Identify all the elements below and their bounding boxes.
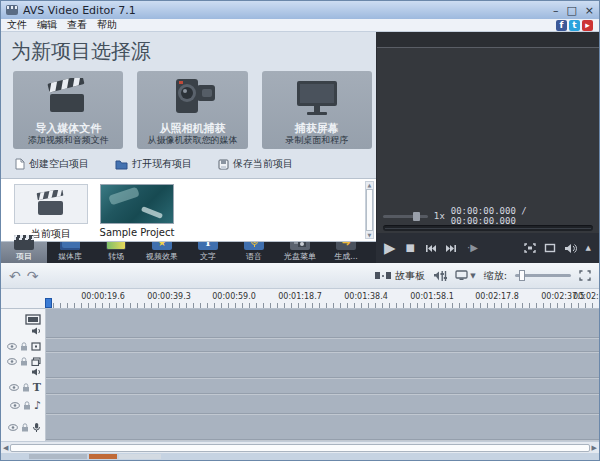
timeline-ruler[interactable]: 00:00:19.6 00:00:39.3 00:00:59.0 00:01:1… [1, 289, 599, 309]
audio-track-lane[interactable] [46, 395, 599, 415]
eye-icon[interactable] [8, 424, 18, 431]
create-blank-project-link[interactable]: 创建空白项目 [15, 157, 89, 171]
storyboard-toggle[interactable]: 故事板 [375, 269, 425, 283]
track-header-column: T ♪ [1, 309, 46, 441]
volume-icon[interactable] [564, 243, 578, 254]
taskbar-fragment [119, 454, 161, 459]
timeline-tracks-area[interactable] [46, 309, 599, 441]
video-track-lane[interactable] [46, 309, 599, 339]
welcome-panel: 为新项目选择源 导入媒体文件 添加视频和音频文件 [1, 32, 376, 233]
lock-icon[interactable] [22, 383, 30, 392]
ruler-tick: 00:01:18.7 [272, 292, 328, 301]
voice-track-lane[interactable] [46, 415, 599, 441]
source-button-subtitle: 从摄像机获取您的媒体 [147, 135, 237, 146]
lock-icon[interactable] [20, 357, 28, 366]
title-bar[interactable]: AVS Video Editor 7.1 – □ × [1, 1, 599, 19]
copy-icon [31, 357, 41, 366]
text-track-icon: T [33, 382, 41, 393]
play-button[interactable]: ▶ [384, 241, 396, 256]
fit-timeline-icon[interactable] [579, 270, 591, 281]
overlay-track-lane[interactable] [46, 339, 599, 353]
text-track-header[interactable]: T [1, 379, 45, 395]
previous-frame-button[interactable] [425, 244, 436, 253]
youtube-icon[interactable]: ▸ [582, 20, 593, 31]
timeline-scrollbar[interactable]: ◀ ▶ [1, 441, 599, 453]
screens-dropdown[interactable]: ▼ [455, 270, 475, 281]
app-window: AVS Video Editor 7.1 – □ × 文件 编辑 查看 帮助 f… [0, 0, 600, 461]
stop-button[interactable]: ■ [406, 243, 415, 253]
capture-camera-button[interactable]: 从照相机捕获 从摄像机获取您的媒体 [137, 71, 247, 149]
film-icon [25, 314, 41, 325]
storyboard-icon [375, 272, 380, 279]
next-frame-button[interactable] [446, 244, 457, 253]
current-project-item[interactable]: 当前项目 [13, 184, 89, 241]
audio-mixer-icon[interactable] [433, 270, 447, 282]
scrollbar-thumb[interactable] [366, 189, 373, 231]
overlay2-track-header[interactable] [1, 353, 45, 379]
taskbar-fragment [89, 454, 117, 459]
lock-icon[interactable] [23, 401, 31, 410]
window-title: AVS Video Editor 7.1 [23, 4, 136, 17]
scrollbar-thumb[interactable] [10, 444, 589, 452]
menu-edit[interactable]: 编辑 [37, 18, 57, 32]
eye-icon[interactable] [7, 343, 17, 350]
preview-screen[interactable] [377, 48, 599, 209]
new-document-icon [15, 158, 25, 170]
menu-view[interactable]: 查看 [67, 18, 87, 32]
eye-icon[interactable] [10, 402, 20, 409]
open-project-link[interactable]: 打开现有项目 [115, 157, 192, 171]
step-button[interactable]: ·▶ [467, 243, 478, 253]
preview-monitor: 1x 00:00:00.000 / 00:00:00.000 [376, 32, 599, 233]
overlay2-track-lane[interactable] [46, 353, 599, 379]
clapperboard-icon [14, 235, 34, 250]
seek-bar[interactable] [377, 223, 599, 233]
source-button-subtitle: 录制桌面和程序 [285, 135, 348, 146]
overlay-track-header[interactable] [1, 339, 45, 353]
capture-screen-button[interactable]: 捕获屏幕 录制桌面和程序 [262, 71, 372, 149]
save-project-link[interactable]: 保存当前项目 [218, 157, 293, 171]
audio-track-header[interactable]: ♪ [1, 395, 45, 415]
scroll-up-arrow-icon[interactable]: ▲ [368, 182, 372, 188]
close-button[interactable]: × [585, 5, 594, 16]
preview-header [377, 32, 599, 48]
lock-icon[interactable] [20, 342, 28, 351]
twitter-icon[interactable]: t [569, 20, 580, 31]
playback-speed-slider[interactable] [383, 215, 428, 218]
volume-expand-icon[interactable]: ▲ [586, 244, 591, 252]
facebook-icon[interactable]: f [556, 20, 567, 31]
lock-icon[interactable] [21, 423, 29, 432]
monitor-icon [455, 270, 468, 281]
clapperboard-icon [42, 71, 94, 122]
playhead-marker[interactable] [45, 298, 52, 308]
projects-scrollbar[interactable]: ▲ ▼ [365, 181, 374, 239]
taskbar-fragment [29, 454, 87, 459]
import-media-button[interactable]: 导入媒体文件 添加视频和音频文件 [13, 71, 123, 149]
fullscreen-icon[interactable] [524, 243, 536, 253]
maximize-button[interactable]: □ [566, 5, 576, 16]
scroll-left-arrow-icon[interactable]: ◀ [3, 444, 8, 452]
transport-controls: ▶ ■ ·▶ ▲ [376, 233, 599, 263]
source-button-subtitle: 添加视频和音频文件 [28, 135, 109, 146]
menu-help[interactable]: 帮助 [97, 18, 117, 32]
redo-button[interactable]: ↷ [27, 268, 39, 284]
sample-project-item[interactable]: Sample Project [99, 184, 175, 241]
text-track-lane[interactable] [46, 379, 599, 395]
zoom-label: 缩放: [484, 269, 507, 283]
speaker-icon [31, 327, 41, 335]
voice-track-header[interactable] [1, 415, 45, 439]
menu-file[interactable]: 文件 [7, 18, 27, 32]
project-label: 当前项目 [31, 227, 71, 241]
clapperboard-icon [14, 184, 88, 224]
scroll-down-arrow-icon[interactable]: ▼ [368, 232, 372, 238]
timeline-zoom-slider[interactable] [515, 274, 571, 277]
minimize-button[interactable]: – [553, 5, 559, 16]
ruler-tick: 00:00:59.0 [206, 292, 262, 301]
eye-icon[interactable] [9, 384, 19, 391]
undo-button[interactable]: ↶ [9, 268, 21, 284]
video-track-header[interactable] [1, 309, 45, 339]
eye-icon[interactable] [7, 358, 17, 365]
aspect-ratio-icon[interactable] [544, 243, 556, 253]
scroll-right-arrow-icon[interactable]: ▶ [592, 444, 597, 452]
ruler-tick: 00:00:39.3 [141, 292, 197, 301]
speaker-icon [31, 368, 41, 376]
